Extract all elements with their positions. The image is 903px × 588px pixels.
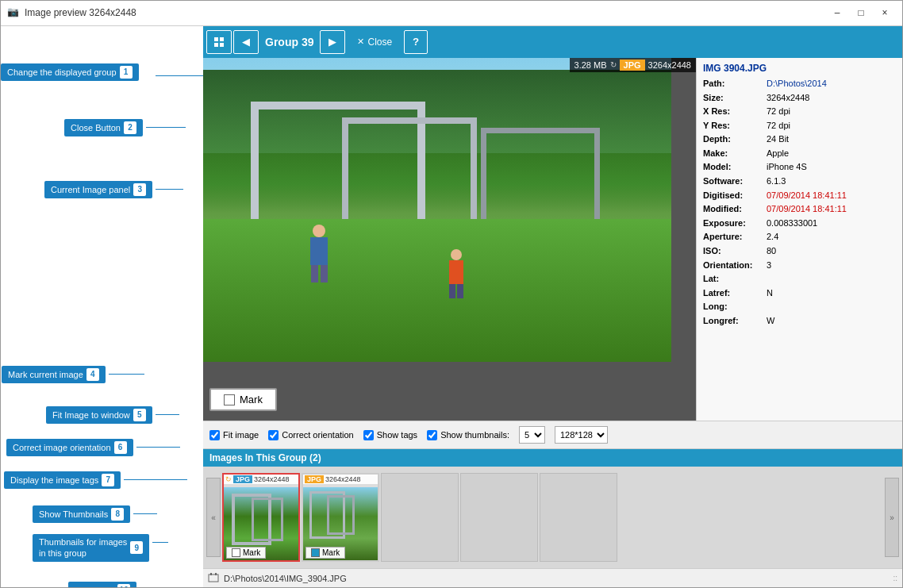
annotations-container: Change the displayed group 1 Close Butto… <box>1 26 203 587</box>
title-bar: 📷 Image preview 3264x2448 – □ × <box>1 1 902 26</box>
annotation-10-label: Status bar <box>75 586 114 587</box>
property-row: ISO:80 <box>703 244 896 259</box>
minimize-button[interactable]: – <box>826 4 848 21</box>
svg-rect-1 <box>220 37 224 41</box>
property-row: Size:3264x2448 <box>703 91 896 106</box>
main-window: 📷 Image preview 3264x2448 – □ × Change t… <box>0 0 903 588</box>
mark-button[interactable]: Mark <box>209 388 277 411</box>
annotation-3: Current Image panel 3 <box>44 181 183 198</box>
group-home-button[interactable] <box>206 30 232 54</box>
window-icon: 📷 <box>7 6 20 19</box>
property-row: Digitised:07/09/2014 18:41:11 <box>703 189 896 203</box>
annotation-1-label: Change the displayed group <box>7 67 117 77</box>
file-size: 3.28 MB <box>574 60 607 70</box>
thumb-2-checked <box>311 548 320 557</box>
show-tags-checkbox[interactable] <box>363 430 374 440</box>
thumbnail-2[interactable]: JPG 3264x2448 Mark <box>302 473 379 562</box>
fit-image-option[interactable]: Fit image <box>209 430 259 440</box>
annotation-8-label: Show Thumbnails <box>39 509 108 519</box>
annotation-panel: Change the displayed group 1 Close Butto… <box>1 26 203 587</box>
status-path: D:\Photos\2014\IMG_3904.JPG <box>224 574 347 583</box>
show-tags-option[interactable]: Show tags <box>363 430 417 440</box>
prev-group-button[interactable]: ◀ <box>233 30 259 54</box>
annotation-10: Status bar 10 <box>68 582 163 587</box>
annotation-4: Mark current image 4 <box>2 366 144 383</box>
help-button[interactable]: ? <box>404 30 428 54</box>
window-title: Image preview 3264x2448 <box>25 7 826 18</box>
group-label: Group 39 <box>260 36 318 48</box>
annotation-9: Thumbnails for imagesin this group 9 <box>33 534 168 562</box>
property-row: Lat: <box>703 272 896 286</box>
correct-orientation-option[interactable]: Correct orientation <box>268 430 354 440</box>
options-bar: Fit image Correct orientation Show tags … <box>203 421 902 449</box>
thumbnail-empty-5 <box>540 473 617 562</box>
annotation-3-label: Current Image panel <box>51 185 130 194</box>
thumb-1-dims: 3264x2448 <box>254 475 290 483</box>
status-bar: D:\Photos\2014\IMG_3904.JPG :: <box>203 568 902 587</box>
property-row: Path:D:\Photos\2014 <box>703 77 896 91</box>
thumb-2-format: JPG <box>305 475 324 483</box>
window-close-button[interactable]: × <box>874 4 896 21</box>
image-area: 3.28 MB ↻ JPG 3264x2448 <box>203 58 696 421</box>
annotation-2: Close Button 2 <box>64 119 186 136</box>
annotation-7-label: Display the image tags <box>10 475 98 485</box>
fit-image-checkbox[interactable] <box>209 430 220 440</box>
image-row: 3.28 MB ↻ JPG 3264x2448 <box>203 58 902 421</box>
main-layout: Change the displayed group 1 Close Butto… <box>1 26 902 587</box>
status-corner: :: <box>893 574 897 582</box>
grass-bg <box>203 219 671 362</box>
main-image <box>203 58 671 362</box>
right-panel: IMG 3904.JPG Path:D:\Photos\2014Size:326… <box>696 58 902 421</box>
annotation-9-label: Thumbnails for imagesin this group <box>39 536 127 559</box>
mark-checkbox <box>224 394 235 405</box>
correct-orientation-checkbox[interactable] <box>268 430 279 440</box>
thumbnails-section-header: Images In This Group (2) <box>203 449 902 467</box>
properties-list: Path:D:\Photos\2014Size:3264x2448X Res:7… <box>703 77 896 329</box>
filename-label: IMG 3904.JPG <box>703 63 896 74</box>
thumbnail-size-select[interactable]: 64*6496*96128*128192*192256*256 <box>555 426 608 444</box>
thumbnail-1[interactable]: ↻ JPG 3264x2448 Mark <box>222 473 300 562</box>
svg-rect-3 <box>220 43 224 47</box>
thumbnail-empty-3 <box>381 473 459 562</box>
property-row: Exposure:0.008333001 <box>703 217 896 231</box>
thumb-2-dims: 3264x2448 <box>325 475 361 483</box>
title-bar-controls: – □ × <box>826 4 896 21</box>
close-button[interactable]: ✕ Close <box>347 30 402 54</box>
property-row: Long: <box>703 300 896 314</box>
property-row: Software:6.1.3 <box>703 175 896 189</box>
property-row: Modified:07/09/2014 18:41:11 <box>703 202 896 217</box>
annotation-8: Show Thumbnails 8 <box>33 505 157 523</box>
annotation-5: Fit Image to window 5 <box>46 406 179 424</box>
maximize-button[interactable]: □ <box>850 4 872 21</box>
property-row: Y Res:72 dpi <box>703 119 896 133</box>
show-thumbnails-checkbox[interactable] <box>427 430 437 440</box>
annotation-5-label: Fit Image to window <box>52 410 130 420</box>
center-column: ◀ Group 39 ▶ ✕ Close ? 3.28 MB <box>203 26 902 587</box>
thumb-2-mark-button[interactable]: Mark <box>305 547 345 559</box>
thumbnail-count-select[interactable]: 34567 <box>519 426 545 444</box>
close-x-icon: ✕ <box>357 37 364 47</box>
child-figure-1 <box>310 225 328 282</box>
property-row: Latref:N <box>703 286 896 301</box>
toolbar: ◀ Group 39 ▶ ✕ Close ? <box>203 26 902 58</box>
thumb-1-rotate-icon: ↻ <box>225 475 232 483</box>
property-row: Longref:W <box>703 314 896 329</box>
annotation-7: Display the image tags 7 <box>4 471 187 489</box>
thumbnails-header-label: Images In This Group (2) <box>206 451 899 465</box>
show-thumbnails-option[interactable]: Show thumbnails: <box>427 430 509 440</box>
annotation-1: Change the displayed group 1 <box>1 63 139 81</box>
property-row: Depth:24 Bit <box>703 133 896 147</box>
refresh-icon: ↻ <box>610 60 617 69</box>
thumb-nav-right[interactable]: » <box>885 478 899 557</box>
thumb-2-bar: JPG 3264x2448 <box>303 475 378 484</box>
thumb-1-mark-button[interactable]: Mark <box>226 547 266 559</box>
thumb-1-bar: ↻ JPG 3264x2448 <box>224 475 298 484</box>
thumb-nav-left[interactable]: « <box>206 478 221 557</box>
annotation-2-label: Close Button <box>71 123 121 133</box>
svg-rect-4 <box>209 575 218 582</box>
next-group-button[interactable]: ▶ <box>320 30 345 54</box>
status-icon <box>208 573 219 584</box>
image-info-bar: 3.28 MB ↻ JPG 3264x2448 <box>570 58 696 72</box>
image-dimensions: 3264x2448 <box>648 60 691 70</box>
property-row: Orientation:3 <box>703 259 896 273</box>
